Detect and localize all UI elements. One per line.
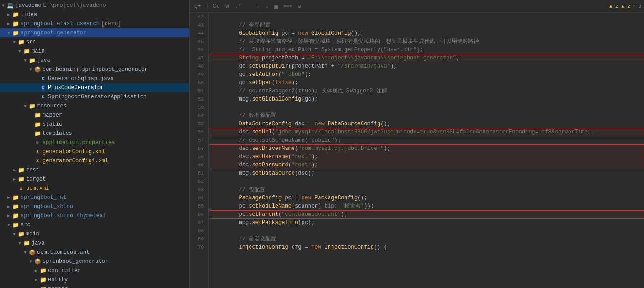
- tree-item-mapper2[interactable]: 📁 mapper: [0, 284, 189, 288]
- tree-item-GeneratorSqlmap[interactable]: C GeneratorSqlmap.java: [0, 74, 189, 83]
- line-num-68: 68: [192, 227, 204, 235]
- tree-item-springboot-gen[interactable]: ▼ 📁 springboot_generator: [0, 28, 189, 37]
- tree-arrow: ▼: [0, 3, 6, 8]
- prev-result-icon[interactable]: ↑: [255, 2, 262, 11]
- tree-label: PlusCodeGenerator: [48, 85, 104, 91]
- line-num-58: 58: [192, 144, 204, 153]
- line-num-64: 64: [192, 194, 204, 202]
- tree-item-main2[interactable]: ▼ 📁 main: [0, 229, 189, 239]
- tree-item-pom[interactable]: X pom.xml: [0, 184, 189, 193]
- tree-item-static[interactable]: 📁 static: [0, 120, 189, 129]
- code-line-64: PackageConfig pc = new PackageConfig();: [213, 194, 640, 202]
- tree-item-entity[interactable]: ▶ 📁 entity: [0, 275, 189, 284]
- tree-item-main[interactable]: ▼ 📁 main: [0, 47, 189, 56]
- tree-label: pom.xml: [26, 185, 49, 192]
- match-word-icon[interactable]: W: [224, 2, 231, 11]
- tree-item-application-prop[interactable]: ⚙ application.properties: [0, 138, 189, 147]
- tree-item-resources[interactable]: ▼ 📁 resources: [0, 101, 189, 111]
- tree-icon: 📁: [12, 222, 19, 229]
- tree-label: springboot_elasticsearch: [21, 21, 100, 27]
- line-num-46: 46: [192, 46, 204, 54]
- tree-item-mapper[interactable]: 📁 mapper: [0, 111, 189, 120]
- code-line-51: // gc.setSwagger2(true); 实体属性 Swagger2 注…: [213, 87, 640, 95]
- next-result-icon[interactable]: ↓: [263, 2, 271, 11]
- warning-badge-2[interactable]: ▲ 2 ▲ 2: [609, 4, 630, 9]
- tree-item-test[interactable]: ▶ 📁 test: [0, 165, 189, 175]
- tree-arrow: ▼: [16, 241, 23, 246]
- tree-icon: C: [39, 75, 47, 82]
- code-line-59: dsc.setUsername("root");: [213, 153, 640, 161]
- tree-item-SpringbootGeneratorApp[interactable]: C SpringbootGeneratorApplication: [0, 92, 189, 101]
- tree-icon: 📁: [34, 130, 41, 137]
- tree-item-target[interactable]: ▶ 📁 target: [0, 175, 189, 184]
- tree-arrow: ▼: [27, 259, 34, 264]
- line-numbers: 4243444546474849505152535455565758596061…: [190, 13, 209, 288]
- tree-label: entity: [48, 277, 68, 283]
- tree-icon: 📁: [12, 213, 19, 219]
- tree-item-controller[interactable]: ▶ 📁 controller: [0, 266, 189, 275]
- line-num-59: 59: [192, 153, 204, 161]
- search-icon[interactable]: Q+: [192, 2, 203, 11]
- tree-item-generatorConfig1[interactable]: X generatorConfig1.xml: [0, 156, 189, 165]
- tree-label: generatorConfig.xml: [43, 149, 105, 155]
- tree-icon: 📁: [28, 103, 36, 110]
- line-num-50: 50: [192, 79, 204, 87]
- line-num-67: 67: [192, 219, 204, 227]
- line-num-51: 51: [192, 87, 204, 95]
- tree-item-com-baomidou[interactable]: ▼ 📦 com.baomidou.ant: [0, 248, 189, 257]
- tree-item-templates[interactable]: 📁 templates: [0, 129, 189, 138]
- settings-icon[interactable]: ⚙: [296, 2, 303, 11]
- tree-item-springboot-jwt[interactable]: ▶ 📁 springboot_jwt: [0, 193, 189, 202]
- tree-item-PlusCodeGenerator[interactable]: C PlusCodeGenerator: [0, 83, 189, 92]
- regex-icon[interactable]: .*: [233, 2, 244, 11]
- tree-item-java[interactable]: ▼ 📁 java: [0, 56, 189, 65]
- tree-item-src2[interactable]: ▼ 📁 src: [0, 220, 189, 229]
- line-num-47: 47: [192, 54, 204, 62]
- tree-icon: 📁: [12, 21, 19, 27]
- tree-label: springboot_generator: [21, 30, 86, 36]
- tree-item-idea[interactable]: ▶ 📁 .idea: [0, 10, 189, 19]
- ok-badge: ✓ 3: [632, 3, 641, 9]
- tree-arrow: ▼: [5, 223, 12, 228]
- tree-item-generatorConfig[interactable]: X generatorConfig.xml: [0, 147, 189, 156]
- tree-label: java: [32, 240, 45, 246]
- tree-item-springboot-shiro-thymeleaf[interactable]: ▶ 📁 springboot_shiro_thymeleaf: [0, 211, 189, 220]
- code-line-67: mpg.setPackageInfo(pc);: [213, 219, 640, 227]
- code-content: 4243444546474849505152535455565758596061…: [190, 13, 644, 288]
- code-scroll-area[interactable]: 4243444546474849505152535455565758596061…: [190, 13, 644, 288]
- tree-item-javademo-root[interactable]: ▼ 💻 javademo E:\project\javademo: [0, 1, 189, 10]
- tree-icon: X: [17, 185, 25, 192]
- code-line-46: // String projectPath = System.getProper…: [213, 46, 640, 54]
- tree-label: springboot_jwt: [21, 194, 67, 201]
- tree-arrow: ▶: [33, 277, 39, 283]
- match-case-icon[interactable]: Cc: [211, 2, 222, 11]
- tree-item-java2[interactable]: ▼ 📁 java: [0, 239, 189, 248]
- tree-item-sprinboot-gen2[interactable]: ▼ 📦 sprinboot_gennerator: [0, 257, 189, 266]
- code-line-45: // 获取程序当前路径，如果有父模块，获取的是父模块的，想为子模块生成代码，可以…: [213, 37, 640, 46]
- tree-icon: 📁: [34, 121, 41, 128]
- line-num-53: 53: [192, 103, 204, 112]
- expand-icon[interactable]: ⟺: [282, 2, 294, 11]
- tree-arrow: ▶: [5, 213, 12, 219]
- tree-label: static: [43, 121, 62, 128]
- tree-item-springboot-shiro[interactable]: ▶ 📁 springboot_shiro: [0, 202, 189, 211]
- code-line-68: [213, 227, 640, 235]
- tree-item-com-beaninj[interactable]: ▼ 📦 com.beaninj.springboot_generator: [0, 65, 189, 74]
- tree-item-src[interactable]: ▼ 📁 src: [0, 37, 189, 47]
- filter-icon[interactable]: ▣: [272, 2, 280, 11]
- line-num-48: 48: [192, 62, 204, 70]
- code-line-49: gc.setAuthor("jobob");: [213, 70, 640, 79]
- line-num-54: 54: [192, 112, 204, 120]
- code-editor: Q+ Cc W .* ↑ ↓ ▣ ⟺ ⚙ ▲ 2 ▲ 2 ✓ 3 4243444…: [190, 0, 644, 288]
- code-line-47: String projectPath = "E:\\project\\javad…: [213, 54, 640, 62]
- tree-arrow: ▶: [11, 176, 17, 182]
- code-line-57: // dsc.setSchemaName("public");: [213, 136, 640, 144]
- tree-arrow: ▼: [11, 232, 17, 237]
- code-line-66: pc.setParent("com.baomidou.ant");: [213, 210, 640, 219]
- tree-icon: 📁: [23, 240, 30, 247]
- tree-item-springboot-es[interactable]: ▶ 📁 springboot_elasticsearch [demo]: [0, 19, 189, 28]
- line-num-44: 44: [192, 29, 204, 37]
- tree-icon: 📁: [12, 203, 19, 210]
- line-num-45: 45: [192, 37, 204, 46]
- tree-icon: 💻: [6, 2, 14, 9]
